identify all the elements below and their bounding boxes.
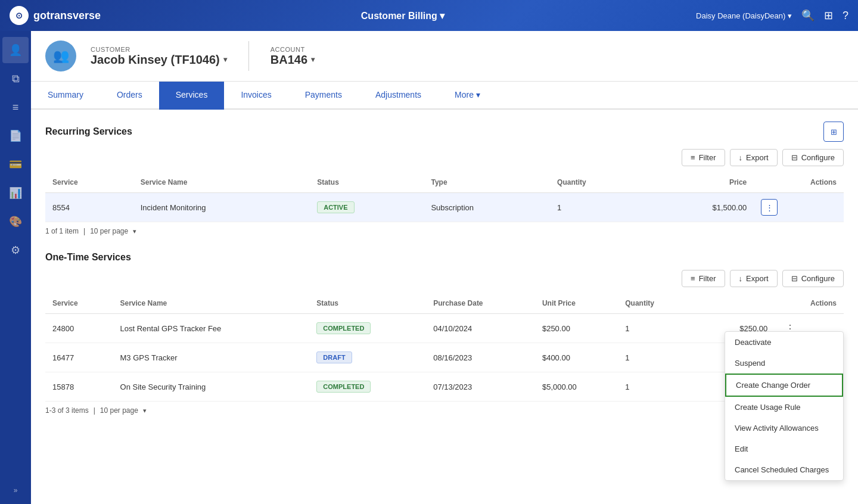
recurring-per-page: 10 per page bbox=[90, 227, 128, 235]
sidebar-item-copy[interactable]: ⧉ bbox=[2, 66, 29, 92]
service-actions-cell: ⋮ bbox=[754, 193, 844, 222]
search-icon[interactable]: 🔍 bbox=[801, 9, 815, 22]
ot-service-name: On Site Security Training bbox=[113, 372, 310, 402]
ot-per-page-chevron[interactable]: ▾ bbox=[143, 407, 147, 415]
dropdown-view-activity-allowances[interactable]: View Activity Allowances bbox=[725, 418, 843, 438]
one-time-export-button[interactable]: ↓ Export bbox=[730, 270, 778, 287]
export-icon-2: ↓ bbox=[739, 274, 743, 283]
apps-icon[interactable]: ⊞ bbox=[824, 9, 833, 22]
service-name: Incident Monitoring bbox=[133, 193, 310, 222]
tab-summary[interactable]: Summary bbox=[31, 82, 100, 110]
ot-col-unit-price: Unit Price bbox=[535, 293, 618, 314]
dropdown-create-usage-rule[interactable]: Create Usage Rule bbox=[725, 397, 843, 418]
user-menu[interactable]: Daisy Deane (DaisyDean) ▾ bbox=[696, 11, 792, 20]
one-time-services-title: One-Time Services bbox=[45, 252, 131, 263]
dropdown-cancel-scheduled-charges[interactable]: Cancel Scheduled Charges bbox=[725, 459, 843, 480]
service-price: $1,500.00 bbox=[646, 193, 754, 222]
ot-quantity: 1 bbox=[618, 372, 692, 402]
sidebar-item-list[interactable]: ≡ bbox=[2, 94, 29, 120]
sidebar-item-settings[interactable]: ⚙ bbox=[2, 237, 29, 263]
sidebar-item-document[interactable]: 📄 bbox=[2, 123, 29, 149]
ot-col-service-name: Service Name bbox=[113, 293, 310, 314]
action-dropdown-menu: Deactivate Suspend Create Change Order C… bbox=[725, 331, 844, 481]
export-icon: ↓ bbox=[739, 153, 743, 162]
recurring-filter-button[interactable]: ≡ Filter bbox=[682, 149, 725, 166]
customer-name: Jacob Kinsey (TF1046) ▾ bbox=[91, 53, 227, 67]
recurring-services-table: Service Service Name Status Type Quantit… bbox=[45, 172, 844, 222]
one-time-pagination-info: 1-3 of 3 items bbox=[45, 406, 89, 415]
ot-col-total bbox=[692, 293, 775, 314]
table-row: 24800 Lost Rental GPS Tracker Fee COMPLE… bbox=[45, 314, 844, 343]
recurring-configure-button[interactable]: ⊟ Configure bbox=[782, 149, 844, 166]
tab-payments[interactable]: Payments bbox=[288, 82, 359, 110]
customer-label: CUSTOMER bbox=[91, 46, 227, 53]
col-quantity: Quantity bbox=[550, 172, 646, 193]
tab-more[interactable]: More ▾ bbox=[438, 82, 497, 110]
ot-quantity: 1 bbox=[618, 314, 692, 343]
ot-pagination-separator: | bbox=[94, 406, 95, 415]
dropdown-edit[interactable]: Edit bbox=[725, 438, 843, 459]
col-type: Type bbox=[424, 172, 550, 193]
ot-purchase-date: 04/10/2024 bbox=[426, 314, 535, 343]
service-status: ACTIVE bbox=[310, 193, 424, 222]
ot-col-purchase-date: Purchase Date bbox=[426, 293, 535, 314]
account-name: BA146 ▾ bbox=[271, 53, 315, 67]
sidebar-item-billing[interactable]: 💳 bbox=[2, 151, 29, 178]
ot-service-name: Lost Rental GPS Tracker Fee bbox=[113, 314, 310, 343]
sidebar-collapse-button[interactable]: » bbox=[2, 481, 29, 499]
content-wrapper: Recurring Services ⊞ ≡ Filter ↓ Export ⊟… bbox=[31, 110, 858, 427]
ot-service-id: 16477 bbox=[45, 343, 113, 372]
customer-header: 👥 CUSTOMER Jacob Kinsey (TF1046) ▾ ACCOU… bbox=[31, 31, 858, 82]
main-content: 👥 CUSTOMER Jacob Kinsey (TF1046) ▾ ACCOU… bbox=[31, 31, 858, 504]
pagination-separator: | bbox=[83, 227, 85, 235]
service-action-button[interactable]: ⋮ bbox=[761, 199, 778, 216]
logo[interactable]: ⊙ gotransverse bbox=[0, 6, 119, 25]
one-time-services-header: One-Time Services bbox=[45, 252, 844, 263]
account-dropdown[interactable]: ▾ bbox=[311, 55, 315, 64]
account-label: ACCOUNT bbox=[271, 46, 315, 53]
sidebar-item-palette[interactable]: 🎨 bbox=[2, 209, 29, 235]
tab-invoices[interactable]: Invoices bbox=[224, 82, 288, 110]
recurring-export-button[interactable]: ↓ Export bbox=[730, 149, 778, 166]
service-type: Subscription bbox=[424, 193, 550, 222]
nav-title[interactable]: Customer Billing ▾ bbox=[119, 10, 686, 21]
sidebar-item-chart[interactable]: 📊 bbox=[2, 180, 29, 206]
service-quantity: 1 bbox=[550, 193, 646, 222]
ot-service-id: 24800 bbox=[45, 314, 113, 343]
ot-col-service: Service bbox=[45, 293, 113, 314]
customer-avatar: 👥 bbox=[45, 41, 76, 71]
one-time-configure-button[interactable]: ⊟ Configure bbox=[782, 270, 844, 287]
account-info: ACCOUNT BA146 ▾ bbox=[271, 46, 315, 67]
dropdown-create-change-order[interactable]: Create Change Order bbox=[725, 374, 843, 397]
table-row: 15878 On Site Security Training COMPLETE… bbox=[45, 372, 844, 402]
one-time-filter-button[interactable]: ≡ Filter bbox=[682, 270, 725, 287]
dropdown-deactivate[interactable]: Deactivate bbox=[725, 332, 843, 353]
tab-services[interactable]: Services bbox=[159, 82, 225, 110]
ot-service-status: COMPLETED bbox=[309, 372, 426, 402]
ot-col-actions: Actions bbox=[775, 293, 844, 314]
dropdown-suspend[interactable]: Suspend bbox=[725, 353, 843, 374]
sidebar-item-users[interactable]: 👤 bbox=[2, 37, 29, 63]
col-actions: Actions bbox=[754, 172, 844, 193]
logo-icon: ⊙ bbox=[10, 6, 29, 25]
one-time-pagination: 1-3 of 3 items | 10 per page ▾ bbox=[45, 406, 844, 415]
ot-purchase-date: 07/13/2023 bbox=[426, 372, 535, 402]
one-time-per-page: 10 per page bbox=[100, 406, 138, 415]
ot-col-status: Status bbox=[309, 293, 426, 314]
col-service-name: Service Name bbox=[133, 172, 310, 193]
ot-col-quantity: Quantity bbox=[618, 293, 692, 314]
customer-dropdown[interactable]: ▾ bbox=[223, 55, 227, 64]
ot-service-id: 15878 bbox=[45, 372, 113, 402]
table-row: 8554 Incident Monitoring ACTIVE Subscrip… bbox=[45, 193, 844, 222]
one-time-services-table: Service Service Name Status Purchase Dat… bbox=[45, 293, 844, 402]
per-page-chevron[interactable]: ▾ bbox=[133, 228, 136, 235]
ot-service-status: COMPLETED bbox=[309, 314, 426, 343]
col-status: Status bbox=[310, 172, 424, 193]
tabs-bar: Summary Orders Services Invoices Payment… bbox=[31, 82, 858, 110]
recurring-services-view-toggle[interactable]: ⊞ bbox=[823, 122, 844, 142]
ot-unit-price: $5,000.00 bbox=[535, 372, 618, 402]
tab-orders[interactable]: Orders bbox=[100, 82, 159, 110]
tab-adjustments[interactable]: Adjustments bbox=[359, 82, 438, 110]
top-nav-right: Daisy Deane (DaisyDean) ▾ 🔍 ⊞ ? bbox=[686, 9, 858, 22]
help-icon[interactable]: ? bbox=[843, 10, 848, 22]
